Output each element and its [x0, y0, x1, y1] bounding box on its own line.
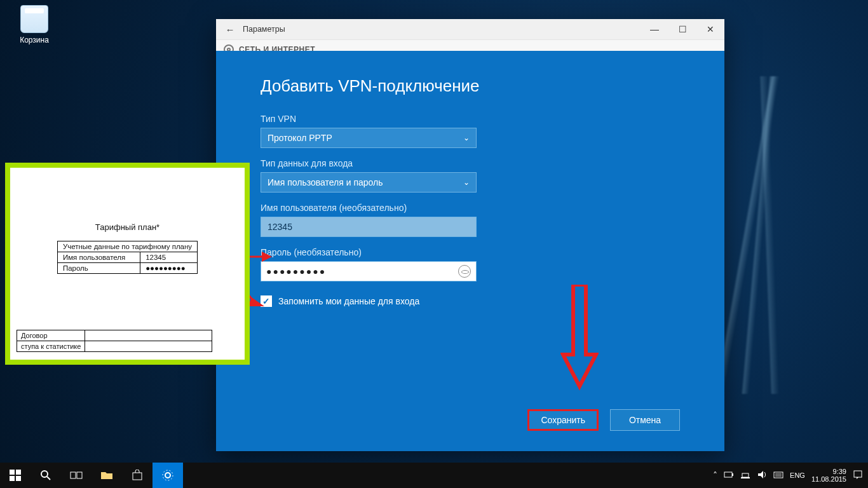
task-view-button[interactable] [61, 463, 92, 488]
doc-row-stats: ступа к статистике [17, 341, 85, 352]
clock[interactable]: 9:39 11.08.2015 [811, 468, 846, 483]
svg-rect-8 [133, 473, 142, 480]
reveal-password-icon[interactable] [458, 265, 471, 278]
auth-type-select[interactable]: Имя пользователя и пароль ⌄ [261, 172, 477, 193]
language-indicator[interactable]: ENG [790, 471, 805, 479]
vpn-type-value: Протокол PPTP [268, 133, 332, 143]
recycle-bin-label: Корзина [11, 36, 57, 44]
doc-credentials-table: Учетные данные по тарифному плану Имя по… [57, 241, 198, 274]
doc-cred-header: Учетные данные по тарифному плану [57, 241, 197, 252]
svg-marker-15 [758, 471, 763, 478]
add-vpn-panel: Добавить VPN-подключение Тип VPN Протоко… [216, 51, 724, 451]
gear-icon [162, 470, 173, 481]
svg-rect-19 [854, 471, 862, 477]
doc-cred-user-value: 12345 [140, 252, 198, 263]
panel-heading: Добавить VPN-подключение [261, 76, 680, 96]
tray-overflow-icon[interactable] [713, 470, 717, 480]
remember-label: Запомнить мои данные для входа [278, 296, 419, 306]
vpn-type-label: Тип VPN [261, 114, 680, 124]
svg-marker-1 [262, 252, 272, 262]
clock-time: 9:39 [811, 468, 846, 475]
remember-checkbox[interactable]: ✓ Запомнить мои данные для входа [261, 295, 680, 307]
chevron-down-icon: ⌄ [463, 133, 470, 142]
doc-plan-title: Тарифный план* [17, 222, 238, 232]
cancel-button[interactable]: Отмена [610, 409, 680, 431]
clock-date: 11.08.2015 [811, 475, 846, 483]
search-button[interactable] [31, 463, 61, 488]
task-view-icon [70, 470, 83, 480]
system-tray: ENG 9:39 11.08.2015 [713, 468, 868, 483]
annotation-arrow-down [560, 285, 599, 395]
maximize-button[interactable]: ☐ [668, 19, 696, 39]
password-label: Пароль (необязательно) [261, 247, 680, 257]
battery-icon[interactable] [724, 470, 734, 482]
password-masked: ●●●●●●●●● [266, 266, 326, 276]
svg-rect-14 [742, 473, 749, 477]
username-input[interactable]: 12345 [261, 217, 477, 237]
minimize-button[interactable]: — [641, 19, 668, 39]
username-value: 12345 [268, 222, 292, 232]
tariff-doc-overlay: Тарифный план* Учетные данные по тарифно… [5, 163, 250, 365]
password-input[interactable]: ●●●●●●●●● [261, 261, 477, 281]
close-button[interactable]: ✕ [696, 19, 724, 39]
svg-point-10 [163, 470, 173, 480]
folder-icon [100, 470, 113, 480]
keyboard-icon[interactable] [773, 470, 783, 482]
search-icon [40, 470, 51, 481]
start-button[interactable] [0, 463, 31, 488]
auth-type-label: Тип данных для входа [261, 158, 680, 168]
doc-cred-pass-value: ●●●●●●●●● [140, 263, 198, 274]
settings-taskbar-button[interactable] [153, 463, 183, 488]
window-title: Параметры [240, 25, 641, 34]
network-icon[interactable] [740, 470, 750, 482]
svg-marker-3 [248, 297, 264, 306]
username-label: Имя пользователя (необязательно) [261, 203, 680, 213]
chevron-down-icon: ⌄ [463, 178, 470, 187]
svg-line-5 [47, 477, 50, 480]
doc-row-contract: Договор [17, 330, 85, 341]
vpn-type-select[interactable]: Протокол PPTP ⌄ [261, 128, 477, 148]
windows-logo-icon [10, 470, 21, 481]
doc-cred-pass-label: Пароль [57, 263, 140, 274]
svg-rect-6 [71, 472, 76, 478]
taskbar: ENG 9:39 11.08.2015 [0, 463, 868, 488]
svg-rect-16 [774, 472, 783, 478]
file-explorer-button[interactable] [92, 463, 122, 488]
store-icon [132, 470, 143, 481]
doc-cred-user-label: Имя пользователя [57, 252, 140, 263]
recycle-bin-glyph [20, 5, 48, 33]
svg-point-9 [165, 473, 170, 478]
recycle-bin-icon[interactable]: Корзина [11, 5, 57, 44]
action-center-icon[interactable] [853, 470, 863, 482]
svg-rect-7 [77, 472, 82, 478]
settings-window: ← Параметры — ☐ ✕ СЕТЬ И ИНТЕРНЕТ Добави… [216, 19, 724, 451]
svg-rect-12 [732, 473, 733, 476]
doc-bottom-table: Договор ступа к статистике [17, 330, 212, 352]
store-button[interactable] [122, 463, 153, 488]
svg-point-4 [41, 471, 48, 477]
titlebar: ← Параметры — ☐ ✕ [216, 19, 724, 39]
volume-icon[interactable] [757, 470, 767, 482]
save-button[interactable]: Сохранить [527, 409, 599, 431]
auth-type-value: Имя пользователя и пароль [268, 177, 383, 187]
back-button[interactable]: ← [220, 24, 240, 35]
svg-rect-11 [724, 472, 732, 477]
